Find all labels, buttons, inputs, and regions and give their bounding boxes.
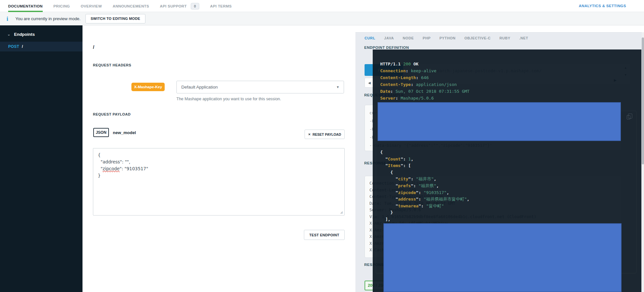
- select-chevron-icon: ▼: [336, 85, 339, 89]
- lang-tab-python[interactable]: PYTHON: [440, 36, 456, 40]
- tab-announcements[interactable]: ANNOUNCEMENTS: [112, 0, 149, 12]
- scrollbar-track[interactable]: [642, 32, 644, 292]
- scrollbar-thumb[interactable]: [642, 37, 644, 164]
- application-help-text: The Mashape application you want to use …: [176, 97, 281, 101]
- endpoints-header-label: Endpoints: [14, 32, 35, 37]
- endpoints-header[interactable]: ⌄ Endpoints: [0, 25, 82, 37]
- analytics-settings-link[interactable]: ANALYTICS & SETTINGS: [579, 0, 626, 12]
- application-select-value: Default Application: [177, 85, 218, 90]
- tab-api-support[interactable]: API SUPPORT 0: [160, 0, 199, 12]
- resize-handle-icon[interactable]: ◢: [340, 210, 343, 214]
- http-status-headers: HTTP/1.1 200 OKConnection: keep-aliveCon…: [380, 61, 470, 102]
- tab-api-support-label: API SUPPORT: [160, 4, 187, 8]
- tab-documentation[interactable]: DOCUMENTATION: [8, 0, 43, 12]
- left-arrow-icon: ◀: [368, 81, 371, 85]
- preview-mode-banner: i You are currently in preview mode. SWI…: [0, 12, 644, 25]
- lang-tab-curl[interactable]: CURL: [365, 36, 375, 40]
- tab-pricing[interactable]: PRICING: [53, 0, 70, 12]
- lang-tab-ruby[interactable]: RUBY: [500, 36, 511, 40]
- app-window: DOCUMENTATION PRICING OVERVIEW ANNOUNCEM…: [0, 0, 644, 292]
- lang-tab-php[interactable]: PHP: [423, 36, 430, 40]
- test-endpoint-button[interactable]: TEST ENDPOINT: [304, 230, 345, 240]
- lang-tab-objective-c[interactable]: OBJECTIVE-C: [464, 36, 491, 40]
- endpoint-definition-label: ENDPOINT DEFINITION: [364, 46, 409, 49]
- payload-model-name: new_model: [113, 130, 136, 135]
- lang-tab-node[interactable]: NODE: [403, 36, 414, 40]
- top-nav: DOCUMENTATION PRICING OVERVIEW ANNOUNCEM…: [0, 0, 644, 12]
- chevron-down-icon: ⌄: [7, 33, 10, 36]
- redaction-box-bottom: [383, 223, 622, 292]
- request-headers-label: REQUEST HEADERS: [93, 63, 131, 67]
- preview-mode-message: You are currently in preview mode.: [15, 16, 81, 21]
- lang-tab-java[interactable]: JAVA: [384, 36, 394, 40]
- x-mashape-key-badge: X-Mashape-Key: [131, 83, 165, 91]
- request-payload-label: REQUEST PAYLOAD: [93, 112, 131, 116]
- copy-icon[interactable]: [627, 115, 630, 119]
- tab-api-terms[interactable]: API TERMS: [210, 0, 232, 12]
- payload-editor[interactable]: { "address": "", "zipcode": "9103517"}: [93, 148, 345, 216]
- support-count-badge: 0: [191, 3, 200, 9]
- panel-divider: [355, 32, 644, 33]
- response-json: { "Count": 1, "Items": [ { "city": "福井市"…: [380, 149, 470, 223]
- close-icon: ✕: [308, 133, 311, 136]
- language-tabs: CURL JAVA NODE PHP PYTHON OBJECTIVE-C RU…: [365, 36, 528, 40]
- redaction-box-top: [378, 102, 621, 141]
- reset-payload-label: RESET PAYLOAD: [313, 132, 341, 136]
- endpoints-sidebar: ⌄ Endpoints POST /: [0, 25, 82, 292]
- reset-payload-button[interactable]: ✕ RESET PAYLOAD: [305, 130, 345, 139]
- info-icon: i: [7, 16, 8, 22]
- switch-to-editing-mode-button[interactable]: SWITCH TO EDITING MODE: [85, 14, 145, 23]
- endpoint-path: /: [22, 44, 23, 49]
- tab-overview[interactable]: OVERVIEW: [81, 0, 102, 12]
- lang-tab-dotnet[interactable]: .NET: [519, 36, 528, 40]
- endpoint-method: POST: [8, 44, 19, 49]
- payload-format-badge: JSON: [93, 128, 109, 137]
- sidebar-item-post-root[interactable]: POST /: [0, 42, 82, 51]
- application-select[interactable]: Default Application ▼: [176, 81, 344, 93]
- page-title: /: [93, 44, 94, 50]
- endpoint-doc-main: / REQUEST HEADERS X-Mashape-Key Default …: [82, 25, 355, 292]
